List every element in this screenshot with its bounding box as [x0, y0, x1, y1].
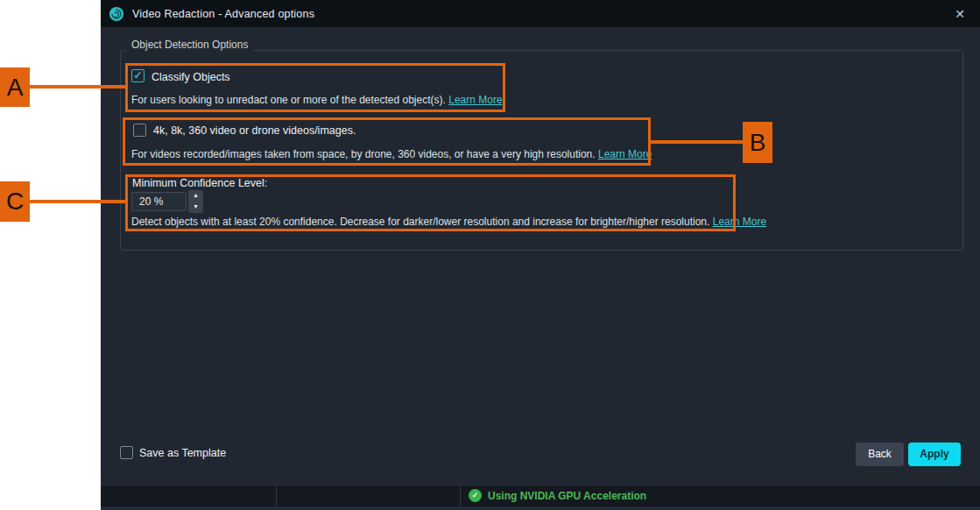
stepper-down-icon[interactable]: ▼ [188, 202, 203, 213]
confidence-description-text: Detect objects with at least 20% confide… [131, 216, 709, 228]
screen: Video Redaction - Advanced options ✕ Obj… [0, 0, 980, 510]
annotation-label-b: B [743, 122, 772, 163]
classify-learn-more-link[interactable]: Learn More [448, 94, 502, 106]
high-res-description-text: For videos recorded/images taken from sp… [131, 148, 596, 160]
app-logo-icon [109, 6, 124, 22]
high-res-label: 4k, 8k, 360 video or drone videos/images… [153, 124, 356, 137]
classify-objects-label: Classify Objects [152, 71, 230, 83]
classify-objects-checkbox[interactable]: ✓ [131, 69, 145, 82]
confidence-stepper: ▲ ▼ [188, 190, 203, 213]
high-res-checkbox[interactable] [133, 124, 146, 137]
window-bottom-edge [101, 506, 980, 510]
confidence-input[interactable]: 20 % [131, 192, 187, 211]
gpu-status-text: Using NVIDIA GPU Acceleration [488, 490, 646, 502]
back-button[interactable]: Back [856, 443, 904, 466]
gpu-check-icon: ✓ [469, 489, 482, 502]
high-res-learn-more-link[interactable]: Learn More [598, 148, 652, 160]
annotation-label-c: C [0, 181, 30, 222]
apply-button[interactable]: Apply [908, 443, 961, 466]
groupbox-legend: Object Detection Options [126, 39, 253, 51]
window-title: Video Redaction - Advanced options [132, 8, 314, 20]
save-as-template-checkbox[interactable] [120, 446, 133, 459]
confidence-label: Minimum Confidence Level: [132, 177, 267, 189]
confidence-learn-more-link[interactable]: Learn More [713, 216, 766, 228]
close-icon[interactable]: ✕ [950, 4, 969, 24]
stepper-up-icon[interactable]: ▲ [188, 190, 203, 202]
title-bar: Video Redaction - Advanced options ✕ [101, 0, 980, 27]
confidence-description: Detect objects with at least 20% confide… [131, 216, 766, 228]
classify-objects-description-text: For users looking to unredact one or mor… [131, 94, 446, 106]
classify-objects-description: For users looking to unredact one or mor… [131, 94, 503, 106]
high-res-description: For videos recorded/images taken from sp… [131, 148, 652, 160]
save-as-template-label: Save as Template [139, 447, 226, 459]
status-divider [460, 485, 461, 506]
annotation-label-a: A [0, 67, 30, 107]
gpu-status: ✓ Using NVIDIA GPU Acceleration [469, 489, 646, 502]
status-divider [276, 485, 277, 506]
advanced-options-dialog: Video Redaction - Advanced options ✕ Obj… [101, 0, 980, 510]
status-bar: ✓ Using NVIDIA GPU Acceleration [101, 485, 980, 506]
